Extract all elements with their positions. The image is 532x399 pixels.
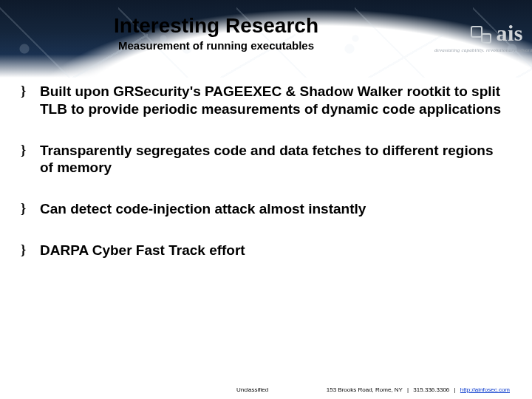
footer-separator: | xyxy=(407,386,409,393)
logo-row: ais xyxy=(434,21,523,46)
logo-block: ais devastating capability. revolutionar… xyxy=(434,21,523,53)
footer-address: 153 Brooks Road, Rome, NY xyxy=(327,386,403,393)
footer-link[interactable]: http://ainfosec.com xyxy=(460,386,510,393)
slide: Interesting Research Measurement of runn… xyxy=(0,0,532,399)
footer-classification: Unclassified xyxy=(236,386,268,393)
title-block: Interesting Research Measurement of runn… xyxy=(0,15,432,52)
bullet-item: Transparently segregates code and data f… xyxy=(21,142,510,177)
slide-title: Interesting Research xyxy=(0,15,432,38)
bullet-list: Built upon GRSecurity's PAGEEXEC & Shado… xyxy=(21,83,510,259)
bullet-item: Can detect code-injection attack almost … xyxy=(21,200,510,218)
bullet-item: DARPA Cyber Fast Track effort xyxy=(21,242,510,259)
footer-phone: 315.336.3306 xyxy=(413,386,449,393)
footer-separator: | xyxy=(454,386,456,393)
logo-tagline: devastating capability. revolutionary ad… xyxy=(434,47,523,53)
slide-subtitle: Measurement of running executables xyxy=(0,39,432,52)
footer-info: 153 Brooks Road, Rome, NY | 315.336.3306… xyxy=(327,386,510,393)
content-area: Built upon GRSecurity's PAGEEXEC & Shado… xyxy=(21,83,510,369)
logo-icon xyxy=(471,23,491,44)
logo-text: ais xyxy=(496,21,523,46)
bullet-item: Built upon GRSecurity's PAGEEXEC & Shado… xyxy=(21,83,510,118)
